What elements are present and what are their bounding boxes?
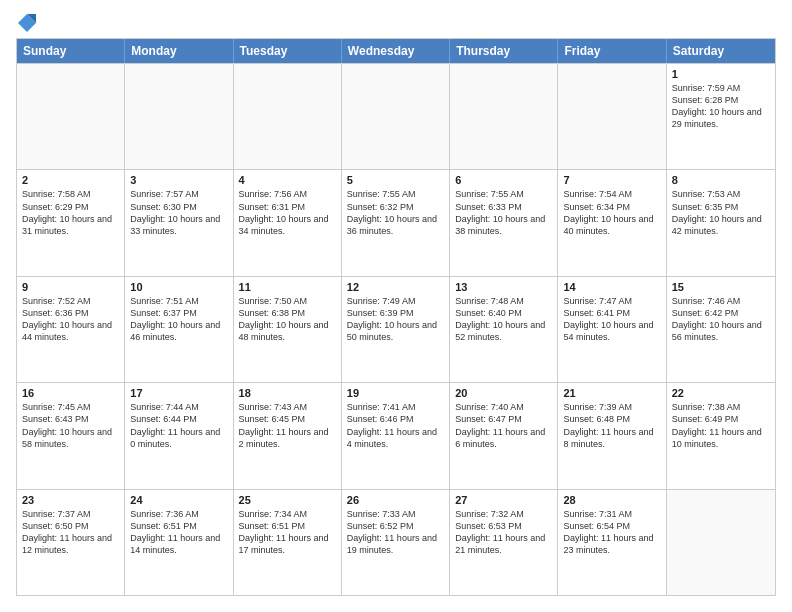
calendar-cell: 23Sunrise: 7:37 AM Sunset: 6:50 PM Dayli…: [17, 490, 125, 595]
calendar-cell: [667, 490, 775, 595]
day-number: 12: [347, 281, 444, 293]
day-number: 21: [563, 387, 660, 399]
header-day-wednesday: Wednesday: [342, 39, 450, 63]
cell-info: Sunrise: 7:44 AM Sunset: 6:44 PM Dayligh…: [130, 401, 227, 450]
day-number: 2: [22, 174, 119, 186]
cell-info: Sunrise: 7:39 AM Sunset: 6:48 PM Dayligh…: [563, 401, 660, 450]
day-number: 15: [672, 281, 770, 293]
calendar-cell: 4Sunrise: 7:56 AM Sunset: 6:31 PM Daylig…: [234, 170, 342, 275]
calendar-cell: 27Sunrise: 7:32 AM Sunset: 6:53 PM Dayli…: [450, 490, 558, 595]
cell-info: Sunrise: 7:55 AM Sunset: 6:33 PM Dayligh…: [455, 188, 552, 237]
week-row-1: 2Sunrise: 7:58 AM Sunset: 6:29 PM Daylig…: [17, 169, 775, 275]
day-number: 16: [22, 387, 119, 399]
day-number: 9: [22, 281, 119, 293]
cell-info: Sunrise: 7:57 AM Sunset: 6:30 PM Dayligh…: [130, 188, 227, 237]
cell-info: Sunrise: 7:45 AM Sunset: 6:43 PM Dayligh…: [22, 401, 119, 450]
day-number: 14: [563, 281, 660, 293]
header-day-monday: Monday: [125, 39, 233, 63]
cell-info: Sunrise: 7:41 AM Sunset: 6:46 PM Dayligh…: [347, 401, 444, 450]
day-number: 20: [455, 387, 552, 399]
cell-info: Sunrise: 7:36 AM Sunset: 6:51 PM Dayligh…: [130, 508, 227, 557]
day-number: 5: [347, 174, 444, 186]
calendar-cell: 11Sunrise: 7:50 AM Sunset: 6:38 PM Dayli…: [234, 277, 342, 382]
logo-icon: [18, 14, 36, 32]
calendar-cell: 22Sunrise: 7:38 AM Sunset: 6:49 PM Dayli…: [667, 383, 775, 488]
calendar-cell: [17, 64, 125, 169]
cell-info: Sunrise: 7:48 AM Sunset: 6:40 PM Dayligh…: [455, 295, 552, 344]
calendar-cell: [558, 64, 666, 169]
calendar-cell: 1Sunrise: 7:59 AM Sunset: 6:28 PM Daylig…: [667, 64, 775, 169]
header-day-tuesday: Tuesday: [234, 39, 342, 63]
week-row-2: 9Sunrise: 7:52 AM Sunset: 6:36 PM Daylig…: [17, 276, 775, 382]
calendar-cell: 19Sunrise: 7:41 AM Sunset: 6:46 PM Dayli…: [342, 383, 450, 488]
calendar-cell: 14Sunrise: 7:47 AM Sunset: 6:41 PM Dayli…: [558, 277, 666, 382]
day-number: 25: [239, 494, 336, 506]
calendar-cell: 16Sunrise: 7:45 AM Sunset: 6:43 PM Dayli…: [17, 383, 125, 488]
cell-info: Sunrise: 7:32 AM Sunset: 6:53 PM Dayligh…: [455, 508, 552, 557]
day-number: 7: [563, 174, 660, 186]
day-number: 11: [239, 281, 336, 293]
day-number: 10: [130, 281, 227, 293]
calendar-cell: 25Sunrise: 7:34 AM Sunset: 6:51 PM Dayli…: [234, 490, 342, 595]
page: SundayMondayTuesdayWednesdayThursdayFrid…: [0, 0, 792, 612]
calendar-cell: 28Sunrise: 7:31 AM Sunset: 6:54 PM Dayli…: [558, 490, 666, 595]
calendar-cell: [342, 64, 450, 169]
calendar-cell: 13Sunrise: 7:48 AM Sunset: 6:40 PM Dayli…: [450, 277, 558, 382]
day-number: 3: [130, 174, 227, 186]
calendar-cell: 26Sunrise: 7:33 AM Sunset: 6:52 PM Dayli…: [342, 490, 450, 595]
day-number: 6: [455, 174, 552, 186]
cell-info: Sunrise: 7:56 AM Sunset: 6:31 PM Dayligh…: [239, 188, 336, 237]
cell-info: Sunrise: 7:55 AM Sunset: 6:32 PM Dayligh…: [347, 188, 444, 237]
day-number: 18: [239, 387, 336, 399]
day-number: 19: [347, 387, 444, 399]
header-day-thursday: Thursday: [450, 39, 558, 63]
header-day-sunday: Sunday: [17, 39, 125, 63]
day-number: 1: [672, 68, 770, 80]
header-day-friday: Friday: [558, 39, 666, 63]
cell-info: Sunrise: 7:53 AM Sunset: 6:35 PM Dayligh…: [672, 188, 770, 237]
calendar-cell: 20Sunrise: 7:40 AM Sunset: 6:47 PM Dayli…: [450, 383, 558, 488]
week-row-4: 23Sunrise: 7:37 AM Sunset: 6:50 PM Dayli…: [17, 489, 775, 595]
calendar-cell: 21Sunrise: 7:39 AM Sunset: 6:48 PM Dayli…: [558, 383, 666, 488]
logo-text: [16, 16, 36, 34]
week-row-0: 1Sunrise: 7:59 AM Sunset: 6:28 PM Daylig…: [17, 63, 775, 169]
day-number: 23: [22, 494, 119, 506]
day-number: 8: [672, 174, 770, 186]
day-number: 17: [130, 387, 227, 399]
calendar-cell: [450, 64, 558, 169]
calendar-cell: [234, 64, 342, 169]
calendar-cell: 15Sunrise: 7:46 AM Sunset: 6:42 PM Dayli…: [667, 277, 775, 382]
cell-info: Sunrise: 7:43 AM Sunset: 6:45 PM Dayligh…: [239, 401, 336, 450]
cell-info: Sunrise: 7:58 AM Sunset: 6:29 PM Dayligh…: [22, 188, 119, 237]
day-number: 4: [239, 174, 336, 186]
calendar-cell: 18Sunrise: 7:43 AM Sunset: 6:45 PM Dayli…: [234, 383, 342, 488]
calendar-cell: 12Sunrise: 7:49 AM Sunset: 6:39 PM Dayli…: [342, 277, 450, 382]
day-number: 13: [455, 281, 552, 293]
header-day-saturday: Saturday: [667, 39, 775, 63]
logo: [16, 16, 36, 28]
calendar-body: 1Sunrise: 7:59 AM Sunset: 6:28 PM Daylig…: [17, 63, 775, 595]
calendar-cell: 24Sunrise: 7:36 AM Sunset: 6:51 PM Dayli…: [125, 490, 233, 595]
calendar: SundayMondayTuesdayWednesdayThursdayFrid…: [16, 38, 776, 596]
calendar-cell: 10Sunrise: 7:51 AM Sunset: 6:37 PM Dayli…: [125, 277, 233, 382]
cell-info: Sunrise: 7:51 AM Sunset: 6:37 PM Dayligh…: [130, 295, 227, 344]
cell-info: Sunrise: 7:54 AM Sunset: 6:34 PM Dayligh…: [563, 188, 660, 237]
day-number: 27: [455, 494, 552, 506]
cell-info: Sunrise: 7:59 AM Sunset: 6:28 PM Dayligh…: [672, 82, 770, 131]
calendar-cell: 3Sunrise: 7:57 AM Sunset: 6:30 PM Daylig…: [125, 170, 233, 275]
cell-info: Sunrise: 7:34 AM Sunset: 6:51 PM Dayligh…: [239, 508, 336, 557]
calendar-cell: 17Sunrise: 7:44 AM Sunset: 6:44 PM Dayli…: [125, 383, 233, 488]
cell-info: Sunrise: 7:50 AM Sunset: 6:38 PM Dayligh…: [239, 295, 336, 344]
cell-info: Sunrise: 7:38 AM Sunset: 6:49 PM Dayligh…: [672, 401, 770, 450]
calendar-cell: 6Sunrise: 7:55 AM Sunset: 6:33 PM Daylig…: [450, 170, 558, 275]
day-number: 22: [672, 387, 770, 399]
calendar-cell: [125, 64, 233, 169]
calendar-cell: 8Sunrise: 7:53 AM Sunset: 6:35 PM Daylig…: [667, 170, 775, 275]
week-row-3: 16Sunrise: 7:45 AM Sunset: 6:43 PM Dayli…: [17, 382, 775, 488]
cell-info: Sunrise: 7:47 AM Sunset: 6:41 PM Dayligh…: [563, 295, 660, 344]
cell-info: Sunrise: 7:31 AM Sunset: 6:54 PM Dayligh…: [563, 508, 660, 557]
cell-info: Sunrise: 7:46 AM Sunset: 6:42 PM Dayligh…: [672, 295, 770, 344]
day-number: 24: [130, 494, 227, 506]
calendar-cell: 2Sunrise: 7:58 AM Sunset: 6:29 PM Daylig…: [17, 170, 125, 275]
cell-info: Sunrise: 7:52 AM Sunset: 6:36 PM Dayligh…: [22, 295, 119, 344]
